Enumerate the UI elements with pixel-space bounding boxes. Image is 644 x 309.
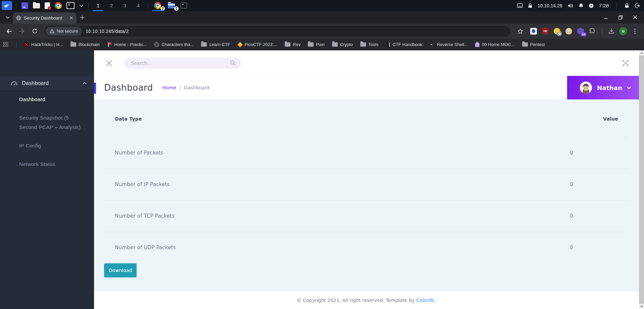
- bookmark-tools[interactable]: Tools: [360, 42, 378, 47]
- extensions-area: UD 14: [528, 28, 598, 35]
- reload-button[interactable]: [30, 28, 40, 34]
- table-row: Number of IP Packets 0: [104, 169, 629, 201]
- vpn-ip-address: 10.10.14.26: [538, 3, 562, 8]
- browser-scrollbar[interactable]: [639, 50, 644, 309]
- extension-hexagon-icon[interactable]: 14: [577, 28, 584, 35]
- bookmark-reverse-shell[interactable]: Reverse Shell...: [429, 42, 468, 47]
- scrollbar-thumb[interactable]: [639, 55, 644, 304]
- chrome-window-button[interactable]: 2: [151, 0, 165, 11]
- breadcrumb-home-link[interactable]: Home: [163, 85, 176, 90]
- extension-wappalyzer-icon[interactable]: [565, 28, 572, 35]
- workspace-1[interactable]: 1: [91, 0, 105, 11]
- sidebar-item-security-snapshot[interactable]: Security Snapshot (5 Second PCAP + Analy…: [19, 113, 86, 132]
- sidebar-group-dashboard[interactable]: Dashboard: [0, 76, 94, 90]
- sidebar-item-network-status[interactable]: Network Status: [19, 160, 86, 169]
- bookmarks-bar: HackTricks | H... Blockchain Home - Prac…: [0, 39, 644, 50]
- gauge-icon: [11, 81, 17, 86]
- flag-favicon: [107, 42, 112, 47]
- bookmark-blockchain[interactable]: Blockchain: [71, 42, 100, 47]
- file-manager-launcher[interactable]: [31, 0, 42, 11]
- window-close-button[interactable]: [633, 15, 637, 19]
- kali-menu-button[interactable]: [2, 1, 12, 10]
- apps-grid-icon[interactable]: [3, 42, 9, 47]
- workspace-3[interactable]: 3: [118, 0, 132, 11]
- folder-icon: [201, 42, 207, 47]
- browser-menu-kebab-icon[interactable]: [630, 29, 640, 34]
- sidebar-close-icon[interactable]: [105, 59, 113, 67]
- bookmark-star-icon[interactable]: [515, 29, 525, 34]
- power-manager-icon[interactable]: [589, 3, 594, 8]
- notifications-bell-icon[interactable]: [579, 3, 584, 8]
- downloads-icon[interactable]: [606, 28, 616, 34]
- chevron-down-icon: [627, 86, 631, 89]
- download-button[interactable]: Download: [104, 263, 137, 277]
- taskbar-separator: [148, 2, 148, 9]
- logout-icon[interactable]: [634, 3, 640, 8]
- picoctf-favicon: [237, 42, 243, 47]
- files-window-button[interactable]: 2: [165, 0, 178, 11]
- taskbar-separator: [88, 2, 89, 9]
- sidebar-item-dashboard[interactable]: Dashboard: [19, 95, 86, 104]
- bookmark-home-moc[interactable]: 00 Home MOC...: [475, 42, 515, 47]
- terminal-launcher[interactable]: [64, 0, 77, 11]
- profile-avatar[interactable]: w: [619, 27, 627, 35]
- bookmark-crypto[interactable]: Crypto: [332, 42, 353, 47]
- tab-search-button[interactable]: [3, 11, 13, 24]
- back-button[interactable]: [4, 29, 14, 34]
- workspace-4[interactable]: 4: [132, 0, 145, 11]
- ethernet-icon[interactable]: [517, 3, 523, 8]
- terminal-icon: [181, 3, 187, 8]
- book-favicon: [386, 42, 390, 47]
- window-restore-button[interactable]: [618, 15, 623, 20]
- page-viewport: Dashboard Dashboard Security Snapshot (5…: [0, 50, 644, 309]
- bookmarks-separator: [16, 41, 16, 48]
- bookmark-rev[interactable]: Rev: [285, 42, 301, 47]
- bookmark-picoctf[interactable]: PicoCTF 2022:...: [238, 42, 278, 47]
- bookmark-home-practice[interactable]: Home - Practic...: [107, 42, 147, 47]
- sidebar-item-ip-config[interactable]: IP Config: [19, 141, 86, 150]
- bookmark-hacktricks[interactable]: HackTricks | H...: [24, 42, 63, 47]
- bookmark-ctf-handbook[interactable]: CTF Handbook: [386, 42, 422, 47]
- data-table: Data Type Value Number of Packets 0 Numb…: [104, 107, 629, 263]
- browser-tab-active[interactable]: Security Dashboard: [13, 12, 77, 24]
- tab-close-icon[interactable]: [70, 16, 73, 20]
- copyright-text: © Copyright 2021. All right reserved. Te…: [297, 298, 415, 303]
- extension-passbolt-icon[interactable]: [530, 28, 537, 35]
- extensions-puzzle-icon[interactable]: [589, 28, 596, 35]
- search-input[interactable]: [130, 60, 230, 66]
- blue-folder-icon: [168, 3, 175, 8]
- bookmark-pwn[interactable]: Pwn: [308, 42, 324, 47]
- window-minimize-button[interactable]: [604, 15, 608, 19]
- bookmark-pentest[interactable]: Pentest: [522, 42, 545, 47]
- window-manager-launcher[interactable]: [19, 0, 31, 11]
- page-footer: © Copyright 2021. All right reserved. Te…: [94, 292, 639, 309]
- volume-icon[interactable]: [567, 3, 573, 8]
- terminal-window-button[interactable]: [178, 0, 189, 11]
- lock-screen-icon[interactable]: [625, 3, 629, 8]
- search-icon[interactable]: [230, 60, 236, 66]
- browser-tabstrip: Security Dashboard: [0, 11, 644, 24]
- chrome-icon: [154, 2, 161, 9]
- extension-ublock-icon[interactable]: UD: [542, 28, 549, 35]
- extension-foxyproxy-icon[interactable]: [553, 28, 561, 35]
- fullscreen-expand-icon[interactable]: [622, 59, 630, 67]
- workspace-2[interactable]: 2: [105, 0, 118, 11]
- chrome-launcher[interactable]: [52, 0, 64, 11]
- row-value: 0: [560, 137, 629, 169]
- url-text: 10.10.10.245/data/2: [86, 29, 129, 34]
- scrollbar-up-arrow[interactable]: [639, 50, 644, 55]
- vpn-lock-icon[interactable]: [528, 3, 533, 8]
- forward-button[interactable]: [17, 29, 27, 34]
- new-tab-button[interactable]: [77, 11, 88, 24]
- launcher-dropdown[interactable]: [77, 0, 86, 11]
- colorlib-link[interactable]: Colorlib: [416, 298, 434, 303]
- security-chip[interactable]: Not secure: [46, 27, 82, 36]
- folder-icon: [71, 42, 76, 47]
- bookmark-learn-ctf[interactable]: Learn CTF: [201, 42, 230, 47]
- clock[interactable]: 7:28: [599, 3, 609, 8]
- bookmark-characters[interactable]: Characters tha...: [154, 42, 194, 47]
- text-editor-launcher[interactable]: [42, 0, 52, 11]
- scrollbar-down-arrow[interactable]: [639, 304, 644, 309]
- user-menu[interactable]: Nathan: [567, 76, 639, 99]
- address-bar[interactable]: Not secure 10.10.10.245/data/2: [44, 26, 510, 37]
